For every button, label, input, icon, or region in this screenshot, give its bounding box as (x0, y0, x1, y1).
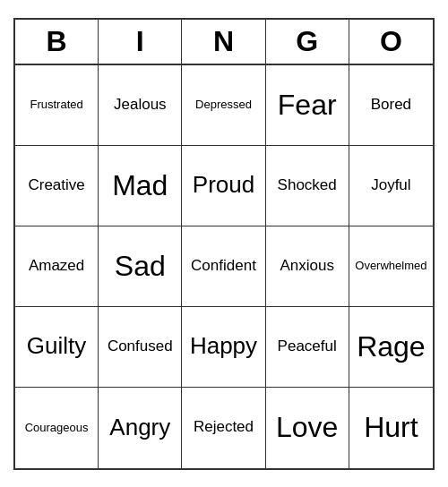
bingo-card: BINGO FrustratedJealousDepressedFearBore… (13, 18, 435, 470)
bingo-cell: Anxious (266, 226, 349, 307)
bingo-grid: FrustratedJealousDepressedFearBoredCreat… (15, 65, 433, 468)
bingo-cell: Love (266, 388, 349, 468)
header-letter: G (266, 20, 349, 64)
cell-label: Overwhelmed (355, 259, 426, 273)
bingo-cell: Joyful (349, 146, 433, 226)
cell-label: Rejected (194, 418, 254, 436)
cell-label: Angry (109, 414, 170, 441)
cell-label: Sad (115, 249, 166, 283)
cell-label: Frustrated (30, 98, 82, 112)
cell-label: Fear (278, 88, 337, 122)
cell-label: Mad (112, 168, 168, 202)
bingo-cell: Sad (99, 226, 182, 307)
bingo-cell: Hurt (349, 388, 433, 468)
header-letter: I (99, 20, 182, 64)
cell-label: Love (276, 410, 338, 444)
cell-label: Peaceful (278, 337, 337, 355)
bingo-cell: Mad (99, 146, 182, 226)
header-letter: N (182, 20, 265, 64)
bingo-cell: Peaceful (266, 307, 349, 388)
cell-label: Depressed (195, 98, 252, 112)
bingo-cell: Confused (99, 307, 182, 388)
header-letter: B (15, 20, 99, 64)
bingo-cell: Proud (182, 146, 265, 226)
bingo-cell: Depressed (182, 65, 265, 146)
cell-label: Shocked (278, 176, 337, 194)
bingo-cell: Amazed (15, 226, 99, 307)
cell-label: Courageous (25, 421, 89, 435)
bingo-cell: Rejected (182, 388, 265, 468)
bingo-cell: Shocked (266, 146, 349, 226)
bingo-cell: Rage (349, 307, 433, 388)
cell-label: Rage (357, 329, 426, 363)
bingo-cell: Angry (99, 388, 182, 468)
cell-label: Anxious (280, 257, 333, 275)
cell-label: Joyful (371, 176, 410, 194)
cell-label: Bored (371, 96, 411, 114)
bingo-cell: Overwhelmed (349, 226, 433, 307)
bingo-cell: Confident (182, 226, 265, 307)
bingo-cell: Guilty (15, 307, 99, 388)
cell-label: Guilty (27, 332, 86, 360)
bingo-cell: Frustrated (15, 65, 99, 146)
bingo-cell: Bored (349, 65, 433, 146)
bingo-cell: Courageous (15, 388, 99, 468)
cell-label: Confident (191, 257, 256, 275)
cell-label: Confused (108, 337, 173, 355)
bingo-cell: Fear (266, 65, 349, 146)
bingo-cell: Creative (15, 146, 99, 226)
bingo-cell: Happy (182, 307, 265, 388)
cell-label: Creative (28, 176, 84, 194)
cell-label: Amazed (29, 257, 84, 275)
cell-label: Proud (193, 171, 254, 199)
cell-label: Happy (190, 332, 257, 360)
cell-label: Hurt (364, 410, 418, 444)
bingo-header: BINGO (15, 20, 433, 65)
header-letter: O (349, 20, 433, 64)
cell-label: Jealous (114, 96, 167, 114)
bingo-cell: Jealous (99, 65, 182, 146)
